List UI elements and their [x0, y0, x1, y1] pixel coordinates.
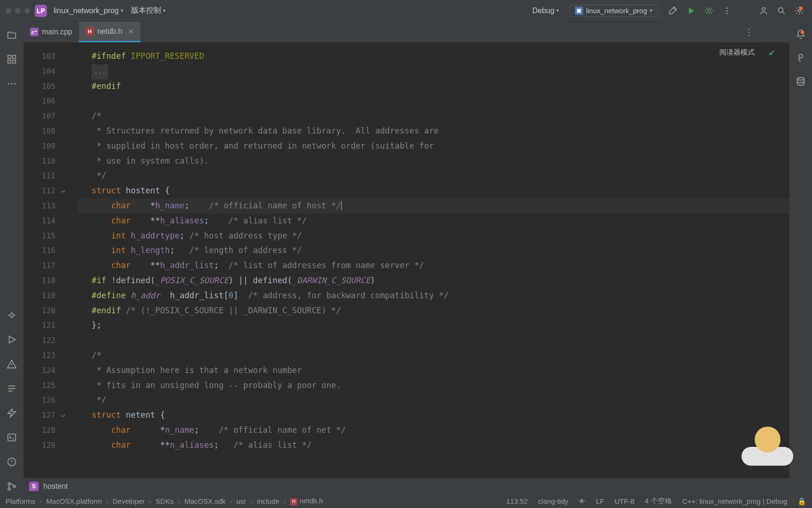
code-line[interactable]: int h_length; /* length of address */	[78, 243, 789, 258]
line-number[interactable]: 120	[23, 303, 66, 318]
account-icon[interactable]	[755, 4, 773, 18]
crumb-segment[interactable]: SDKs	[156, 497, 173, 505]
services-tool-icon[interactable]	[4, 405, 19, 421]
line-gutter[interactable]: 1031041051061071081091101111121131141151…	[23, 42, 66, 480]
line-number[interactable]: 119	[23, 288, 66, 303]
run-config-selector[interactable]: ▣ linux_network_prog ▾	[570, 5, 658, 17]
line-number[interactable]: 128	[23, 423, 66, 438]
line-number[interactable]: 115	[23, 229, 66, 244]
debug-button[interactable]	[700, 4, 718, 18]
line-number[interactable]: 105	[23, 79, 66, 94]
code-line[interactable]: char **h_aliases; /* alias list */	[78, 214, 789, 229]
minimize-window-icon[interactable]	[15, 8, 21, 14]
run-tool-icon[interactable]	[4, 332, 19, 347]
more-tools-icon[interactable]	[4, 76, 19, 91]
more-menu-icon[interactable]	[718, 4, 736, 18]
close-window-icon[interactable]	[6, 8, 11, 14]
linter-name[interactable]: clang-tidy	[538, 497, 568, 505]
editor-tab[interactable]: Hnetdb.h✕	[79, 22, 141, 42]
line-number[interactable]: 110	[23, 154, 66, 169]
maximize-window-icon[interactable]	[24, 8, 30, 14]
code-line[interactable]: * Assumption here is that a network numb…	[78, 363, 789, 378]
project-tool-icon[interactable]	[4, 27, 19, 42]
encoding[interactable]: UTF-8	[615, 497, 635, 505]
caret-position[interactable]: 113:52	[506, 497, 528, 505]
code-line[interactable]: * use in system calls).	[78, 154, 789, 169]
breadcrumb[interactable]: Platforms›MacOSX.platform›Developer›SDKs…	[6, 497, 323, 506]
code-line[interactable]: ...	[78, 64, 789, 79]
structure-tool-icon[interactable]	[4, 52, 19, 67]
line-number[interactable]: 122	[23, 333, 66, 348]
project-selector[interactable]: linux_network_prog ▾	[50, 5, 127, 17]
inspection-eye-icon[interactable]: 👁	[578, 497, 586, 505]
readonly-lock-icon[interactable]: 🔒	[797, 497, 806, 506]
build-button[interactable]	[664, 4, 682, 18]
vcs-menu[interactable]: 版本控制 ▾	[127, 4, 170, 17]
crumb-segment[interactable]: MacOSX.sdk	[184, 497, 226, 505]
line-number[interactable]: 123	[23, 348, 66, 363]
code-line[interactable]: #endif /* (!_POSIX_C_SOURCE || _DARWIN_C…	[78, 303, 789, 318]
line-number[interactable]: 116	[23, 243, 66, 258]
code-line[interactable]: char *n_name; /* official name of net */	[78, 423, 789, 438]
line-number[interactable]: 114	[23, 214, 66, 229]
indent-setting[interactable]: 4 个空格	[645, 497, 672, 506]
code-line[interactable]: struct netent {	[78, 408, 789, 423]
ai-assist-icon[interactable]	[794, 51, 808, 65]
line-number[interactable]: 111	[23, 168, 66, 183]
line-separator[interactable]: LF	[596, 497, 604, 505]
code-line[interactable]: int h_addrtype; /* host address type */	[78, 229, 789, 244]
code-line[interactable]: * supplied in host order, and returned i…	[78, 139, 789, 154]
line-number[interactable]: 124	[23, 363, 66, 378]
crumb-segment[interactable]: Developer	[113, 497, 145, 505]
code-editor[interactable]: 阅读器模式 ✔ 10310410510610710810911011111211…	[23, 42, 789, 480]
line-number[interactable]: 112	[23, 183, 66, 198]
line-number[interactable]: 103	[23, 49, 66, 64]
problems-tool-icon[interactable]	[4, 357, 19, 372]
close-tab-icon[interactable]: ✕	[125, 28, 134, 35]
code-line[interactable]: * Structures returned by network data ba…	[78, 124, 789, 139]
code-line[interactable]	[78, 333, 789, 348]
code-line[interactable]: char **h_addr_list; /* list of addresses…	[78, 258, 789, 273]
crumb-segment[interactable]: Platforms	[6, 497, 35, 505]
settings-icon[interactable]	[790, 4, 808, 18]
code-area[interactable]: #ifndef IPPORT_RESERVED...#endif/* * Str…	[78, 42, 789, 480]
code-line[interactable]: * fits in an unsigned long -- probably a…	[78, 378, 789, 393]
line-number[interactable]: 113	[23, 198, 66, 214]
line-number[interactable]: 108	[23, 124, 66, 139]
code-line[interactable]: #if !defined(_POSIX_C_SOURCE) || defined…	[78, 273, 789, 288]
tab-overflow-icon[interactable]: ⋮	[744, 26, 754, 38]
run-button[interactable]	[682, 4, 700, 18]
code-line[interactable]: */	[78, 393, 789, 408]
todo-tool-icon[interactable]	[4, 381, 19, 396]
fold-placeholder[interactable]: ...	[92, 64, 108, 79]
code-line[interactable]: #endif	[78, 79, 789, 94]
build-config-selector[interactable]: Debug ▾	[529, 5, 563, 17]
code-line[interactable]: struct hostent {	[78, 183, 789, 198]
events-tool-icon[interactable]	[4, 454, 19, 469]
code-line[interactable]: /*	[78, 348, 789, 363]
code-line[interactable]: #define h_addr h_addr_list[0] /* address…	[78, 288, 789, 303]
build-context[interactable]: C++: linux_network_prog | Debug	[682, 497, 787, 505]
notifications-icon[interactable]	[794, 27, 808, 41]
line-number[interactable]: 117	[23, 258, 66, 273]
window-controls[interactable]	[4, 8, 35, 14]
code-line[interactable]	[78, 94, 789, 109]
code-line[interactable]: char *h_name; /* official name of host *…	[78, 198, 789, 214]
line-number[interactable]: 106	[23, 94, 66, 109]
vcs-tool-icon[interactable]	[4, 479, 19, 494]
debug-tool-icon[interactable]	[4, 308, 19, 323]
line-number[interactable]: 121	[23, 318, 66, 333]
line-number[interactable]: 126	[23, 393, 66, 408]
line-number[interactable]: 104	[23, 64, 66, 79]
line-number[interactable]: 107	[23, 109, 66, 124]
line-number[interactable]: 127	[23, 408, 66, 423]
code-line[interactable]: /*	[78, 109, 789, 124]
editor-tab[interactable]: c⁺main.cpp	[23, 22, 79, 42]
search-icon[interactable]	[773, 4, 790, 18]
crumb-segment[interactable]: include	[257, 497, 280, 505]
line-number[interactable]: 129	[23, 438, 66, 453]
line-number[interactable]: 118	[23, 273, 66, 288]
code-line[interactable]: char **n_aliases; /* alias list */	[78, 438, 789, 453]
line-number[interactable]: 125	[23, 378, 66, 393]
crumb-segment[interactable]: MacOSX.platform	[46, 497, 102, 505]
